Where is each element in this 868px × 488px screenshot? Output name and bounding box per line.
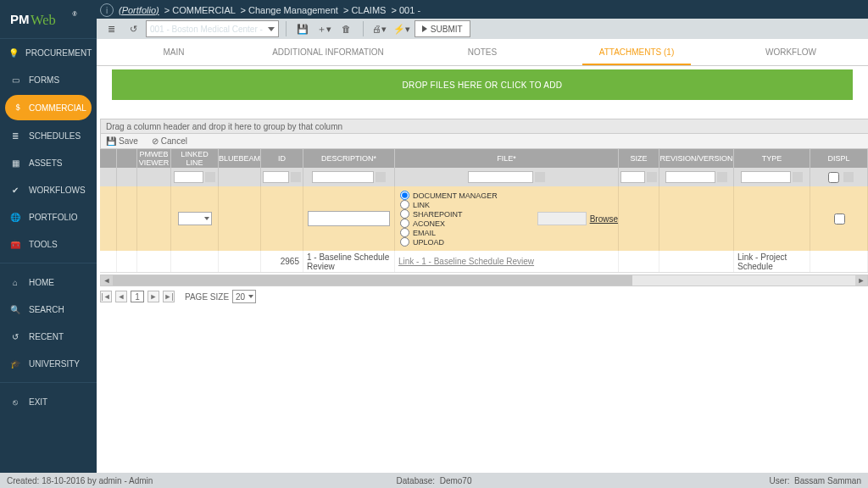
opt-document-manager[interactable]: DOCUMENT MANAGER — [400, 191, 532, 200]
filter-input[interactable] — [263, 171, 289, 183]
col-pmweb-viewer[interactable]: PMWEB VIEWER — [137, 149, 171, 168]
filter-icon[interactable] — [291, 172, 301, 182]
tab-attachments[interactable]: ATTACHMENTS (1) — [559, 39, 714, 65]
filter-icon[interactable] — [717, 172, 727, 182]
filter-disp[interactable] — [810, 168, 868, 186]
opt-upload[interactable]: UPLOAD — [400, 237, 532, 247]
scroll-left-icon[interactable]: ◄ — [101, 275, 113, 286]
filter-file[interactable] — [395, 168, 619, 186]
cell-checkbox[interactable] — [117, 186, 137, 251]
filter-id[interactable] — [261, 168, 303, 186]
breadcrumb-l1[interactable]: COMMERCIAL — [172, 5, 235, 15]
radio-email[interactable] — [400, 228, 409, 237]
pager-first-button[interactable]: |◄ — [100, 291, 112, 302]
breadcrumb-l4[interactable]: 001 - — [399, 5, 420, 15]
opt-aconex[interactable]: ACONEX — [400, 219, 532, 228]
scroll-track[interactable] — [113, 275, 855, 286]
submit-button[interactable]: SUBMIT — [415, 20, 470, 37]
breadcrumb-l3[interactable]: CLAIMS — [351, 5, 386, 15]
horizontal-scrollbar[interactable]: ◄ ► — [100, 274, 868, 286]
menu-icon[interactable]: ≣ — [102, 20, 120, 37]
breadcrumb-l2[interactable]: Change Management — [248, 5, 338, 15]
project-select[interactable]: 001 - Boston Medical Center - — [146, 20, 279, 37]
opt-link[interactable]: LINK — [400, 200, 532, 209]
filter-icon[interactable] — [647, 172, 657, 182]
browse-link[interactable]: Browse — [590, 214, 618, 224]
col-type[interactable]: TYPE — [734, 149, 810, 168]
sidenav-workflows[interactable]: ✔WORKFLOWS — [0, 176, 97, 203]
cell-checkbox[interactable] — [117, 251, 137, 272]
grid-data-row[interactable]: 2965 1 - Baseline Schedule Review Link -… — [100, 251, 868, 273]
opt-sharepoint[interactable]: SHAREPOINT — [400, 209, 532, 219]
scroll-right-icon[interactable]: ► — [855, 275, 867, 286]
filter-icon[interactable] — [205, 172, 215, 182]
sidenav-schedules[interactable]: ≣SCHEDULES — [0, 122, 97, 149]
radio-link[interactable] — [400, 200, 409, 209]
filter-icon[interactable] — [843, 172, 854, 182]
col-revision[interactable]: REVISION/VERSION — [659, 149, 734, 168]
filter-type[interactable] — [734, 168, 810, 186]
radio-aconex[interactable] — [400, 219, 409, 228]
filter-line[interactable] — [171, 168, 219, 186]
cell-disp[interactable] — [810, 186, 868, 251]
sidenav-university[interactable]: 🎓UNIVERSITY — [0, 350, 97, 377]
pager-prev-button[interactable]: ◄ — [115, 291, 127, 302]
sidenav-tools[interactable]: 🧰TOOLS — [0, 230, 97, 258]
radio-upload[interactable] — [400, 237, 409, 247]
scroll-thumb[interactable] — [113, 275, 632, 286]
col-id[interactable]: ID — [261, 149, 303, 168]
sidenav-forms[interactable]: ▭FORMS — [0, 66, 97, 93]
cell-file-link[interactable]: Link - 1 - Baseline Schedule Review — [395, 251, 619, 272]
filter-checkbox-input[interactable] — [828, 172, 839, 183]
filter-input[interactable] — [468, 171, 534, 183]
filter-desc[interactable] — [303, 168, 395, 186]
filter-input[interactable] — [174, 171, 204, 183]
info-icon[interactable]: i — [100, 3, 114, 17]
tab-additional[interactable]: ADDITIONAL INFORMATION — [251, 39, 405, 65]
col-display[interactable]: DISPL — [810, 149, 868, 168]
col-file[interactable]: FILE* — [395, 149, 619, 168]
save-icon[interactable]: 💾 — [293, 20, 312, 37]
action-icon[interactable]: ⚡▾ — [392, 20, 411, 37]
pager-next-button[interactable]: ► — [147, 291, 159, 302]
filter-input[interactable] — [741, 171, 792, 183]
sidenav-portfolio[interactable]: 🌐PORTFOLIO — [0, 203, 97, 230]
cell-expand[interactable] — [100, 251, 117, 272]
tab-notes[interactable]: NOTES — [405, 39, 559, 65]
description-input[interactable] — [308, 211, 389, 226]
col-description[interactable]: DESCRIPTION* — [303, 149, 395, 168]
file-path-box[interactable] — [537, 212, 587, 225]
col-linked-line[interactable]: LINKED LINE — [171, 149, 219, 168]
sidenav-home[interactable]: ⌂HOME — [0, 269, 97, 296]
cell-expand[interactable] — [100, 186, 117, 251]
opt-email[interactable]: EMAIL — [400, 228, 532, 237]
col-size[interactable]: SIZE — [619, 149, 659, 168]
history-icon[interactable]: ↺ — [124, 20, 142, 37]
sidenav-exit[interactable]: ⎋EXIT — [0, 388, 97, 415]
col-bluebeam[interactable]: BLUEBEAM — [219, 149, 261, 168]
delete-icon[interactable]: 🗑 — [337, 20, 356, 37]
filter-icon[interactable] — [376, 172, 386, 182]
filter-size[interactable] — [619, 168, 659, 186]
sidenav-recent[interactable]: ↺RECENT — [0, 323, 97, 350]
file-dropzone[interactable]: DROP FILES HERE OR CLICK TO ADD — [112, 69, 853, 100]
linked-line-select[interactable] — [178, 212, 212, 225]
sidenav-commercial[interactable]: ＄COMMERCIAL — [5, 95, 92, 120]
page-size-select[interactable]: 20 — [232, 290, 256, 303]
tab-main[interactable]: MAIN — [97, 39, 251, 65]
row-save-button[interactable]: 💾 Save — [106, 136, 138, 146]
cell-line[interactable] — [171, 186, 219, 251]
filter-icon[interactable] — [793, 172, 803, 182]
cell-desc[interactable] — [303, 186, 395, 251]
filter-input[interactable] — [665, 171, 715, 183]
filter-rev[interactable] — [659, 168, 734, 186]
sidenav-procurement[interactable]: 💡PROCUREMENT — [0, 39, 97, 66]
filter-input[interactable] — [312, 171, 373, 183]
tab-workflow[interactable]: WORKFLOW — [714, 39, 868, 65]
breadcrumb-portfolio[interactable]: (Portfolio) — [119, 5, 159, 15]
filter-icon[interactable] — [535, 172, 545, 182]
radio-sharepoint[interactable] — [400, 209, 409, 219]
radio-document-manager[interactable] — [400, 191, 409, 200]
add-icon[interactable]: ＋▾ — [315, 20, 334, 37]
pager-last-button[interactable]: ►| — [163, 291, 175, 302]
